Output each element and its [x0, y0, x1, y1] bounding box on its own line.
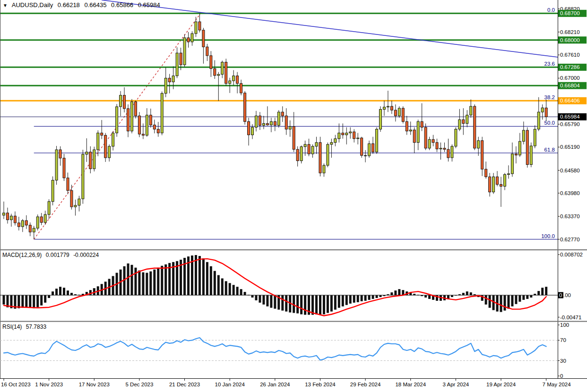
- macd-signal-value: -0.000224: [73, 252, 99, 258]
- svg-text:0.008702: 0.008702: [560, 252, 583, 257]
- svg-text:7 May 2024: 7 May 2024: [543, 382, 571, 387]
- svg-text:30: 30: [560, 358, 566, 364]
- date-axis: 16 Oct 20231 Nov 202317 Nov 20235 Dec 20…: [1, 379, 571, 387]
- horizontal-lines: [0, 13, 558, 101]
- svg-text:5 Dec 2023: 5 Dec 2023: [126, 382, 154, 387]
- macd-panel: 0.0087020.00-0.00471: [0, 252, 583, 320]
- svg-text:100: 100: [560, 322, 569, 328]
- svg-text:0.66406: 0.66406: [560, 98, 580, 103]
- svg-text:18 Mar 2024: 18 Mar 2024: [395, 382, 426, 387]
- descending-trendline: [102, 0, 558, 57]
- svg-text:0.68700: 0.68700: [560, 10, 580, 16]
- svg-text:0.63980: 0.63980: [560, 190, 580, 196]
- ohlc-high: 0.66435: [84, 1, 106, 9]
- svg-text:21 Dec 2023: 21 Dec 2023: [169, 382, 200, 387]
- macd-main-value: 0.001779: [46, 252, 69, 258]
- svg-text:0: 0: [559, 292, 562, 298]
- svg-text:0.66804: 0.66804: [560, 83, 580, 88]
- svg-text:0.62770: 0.62770: [560, 237, 580, 242]
- svg-text:1 Nov 2023: 1 Nov 2023: [35, 382, 63, 387]
- svg-text:38.2: 38.2: [544, 94, 555, 100]
- panel-frame: [0, 0, 587, 379]
- svg-text:0.67000: 0.67000: [560, 75, 580, 81]
- svg-text:0.65190: 0.65190: [560, 144, 580, 150]
- svg-text:10 Jan 2024: 10 Jan 2024: [215, 382, 245, 387]
- svg-text:29 Feb 2024: 29 Feb 2024: [350, 382, 381, 387]
- svg-text:50.0: 50.0: [544, 120, 555, 126]
- chart-canvas[interactable]: 0.023.638.250.061.8100.00.688200.682100.…: [0, 0, 587, 392]
- svg-text:26 Jan 2024: 26 Jan 2024: [260, 382, 290, 387]
- price-axis: 0.688200.682100.676100.670000.657900.651…: [558, 6, 587, 242]
- svg-text:0.0: 0.0: [547, 7, 555, 13]
- svg-text:0.67610: 0.67610: [560, 52, 580, 58]
- ohlc-close: 0.65984: [138, 1, 160, 9]
- rsi-panel: 10070300: [0, 322, 569, 379]
- svg-text:100.0: 100.0: [541, 233, 555, 239]
- svg-text:17 Nov 2023: 17 Nov 2023: [79, 382, 110, 387]
- svg-text:.00: .00: [563, 292, 571, 298]
- chart-title: ▼ AUDUSD,Daily 0.66218 0.66435 0.65866 0…: [3, 1, 163, 9]
- svg-text:0.65984: 0.65984: [560, 114, 580, 119]
- rsi-value: 57.7833: [26, 324, 46, 330]
- svg-text:0.65790: 0.65790: [560, 121, 580, 127]
- macd-indicator-label: MACD(12,26,9) 0.001779 -0.000224: [2, 252, 101, 258]
- ohlc-open: 0.66218: [58, 1, 80, 9]
- svg-text:0.63370: 0.63370: [560, 213, 580, 219]
- symbol-period-label: AUDUSD,Daily: [12, 1, 53, 9]
- svg-text:70: 70: [560, 337, 566, 343]
- svg-text:-0.00471: -0.00471: [560, 315, 581, 320]
- svg-text:16 Oct 2023: 16 Oct 2023: [1, 382, 31, 387]
- svg-text:23.6: 23.6: [544, 61, 555, 67]
- svg-text:0.68000: 0.68000: [560, 37, 580, 43]
- svg-text:0.64580: 0.64580: [560, 168, 580, 173]
- ohlc-low: 0.65866: [111, 1, 133, 9]
- svg-text:19 Apr 2024: 19 Apr 2024: [486, 382, 516, 387]
- svg-text:0.67286: 0.67286: [560, 64, 580, 70]
- svg-text:0: 0: [560, 373, 563, 379]
- fibonacci-retracement: 0.023.638.250.061.8100.0: [34, 7, 558, 239]
- svg-text:61.8: 61.8: [544, 147, 555, 153]
- svg-text:3 Apr 2024: 3 Apr 2024: [443, 382, 469, 387]
- svg-text:13 Feb 2024: 13 Feb 2024: [305, 382, 336, 387]
- chart-dropdown-icon[interactable]: ▼: [3, 3, 8, 8]
- macd-name: MACD(12,26,9): [2, 252, 42, 258]
- svg-text:0.68210: 0.68210: [560, 29, 580, 35]
- mt4-chart-window: 0.023.638.250.061.8100.00.688200.682100.…: [0, 0, 587, 392]
- rsi-name: RSI(14): [2, 324, 22, 330]
- rsi-indicator-label: RSI(14) 57.7833: [2, 324, 49, 330]
